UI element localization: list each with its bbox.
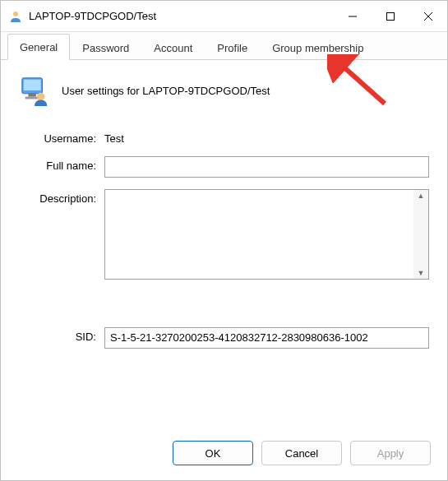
username-value: Test [104, 129, 124, 145]
tab-content-general: User settings for LAPTOP-9TDCPGOD/Test U… [1, 60, 447, 429]
tab-group-membership[interactable]: Group membership [260, 35, 376, 60]
description-wrap: ▲ ▼ [104, 189, 429, 280]
fullname-label: Full name: [19, 156, 104, 172]
maximize-button[interactable] [372, 1, 409, 31]
titlebar: LAPTOP-9TDCPGOD/Test [1, 1, 447, 32]
scroll-up-icon: ▲ [418, 192, 425, 200]
description-label: Description: [19, 189, 104, 205]
cancel-button[interactable]: Cancel [261, 441, 342, 465]
user-account-icon [9, 10, 22, 23]
username-row: Username: Test [19, 129, 429, 145]
minimize-button[interactable] [334, 1, 372, 31]
sid-value[interactable]: S-1-5-21-3270200253-4120832712-283098063… [104, 327, 429, 349]
description-row: Description: ▲ ▼ [19, 189, 429, 280]
tab-general[interactable]: General [7, 34, 70, 60]
dialog-heading: User settings for LAPTOP-9TDCPGOD/Test [62, 85, 270, 97]
svg-rect-6 [24, 80, 41, 90]
tab-strip: General Password Account Profile Group m… [1, 32, 447, 60]
apply-button[interactable]: Apply [350, 441, 431, 465]
tab-password[interactable]: Password [70, 35, 141, 60]
svg-rect-2 [387, 12, 395, 20]
tab-profile[interactable]: Profile [205, 35, 260, 60]
scroll-down-icon: ▼ [418, 269, 425, 277]
fullname-row: Full name: [19, 156, 429, 178]
tab-account[interactable]: Account [141, 35, 205, 60]
window-controls [334, 1, 447, 31]
close-button[interactable] [409, 1, 447, 31]
sid-label: SID: [19, 327, 104, 343]
dialog-buttons: OK Cancel Apply [1, 429, 447, 480]
dialog-header: User settings for LAPTOP-9TDCPGOD/Test [19, 75, 429, 106]
description-input[interactable] [105, 190, 413, 279]
user-settings-icon [19, 75, 50, 106]
properties-dialog: LAPTOP-9TDCPGOD/Test General Password Ac… [0, 0, 448, 481]
fullname-input[interactable] [104, 156, 429, 178]
scrollbar[interactable]: ▲ ▼ [413, 190, 428, 279]
sid-row: SID: S-1-5-21-3270200253-4120832712-2830… [19, 327, 429, 349]
username-label: Username: [19, 129, 104, 145]
svg-rect-7 [28, 94, 36, 97]
ok-button[interactable]: OK [173, 441, 253, 465]
window-title: LAPTOP-9TDCPGOD/Test [29, 10, 334, 22]
svg-point-0 [13, 12, 18, 16]
svg-point-9 [37, 93, 45, 101]
